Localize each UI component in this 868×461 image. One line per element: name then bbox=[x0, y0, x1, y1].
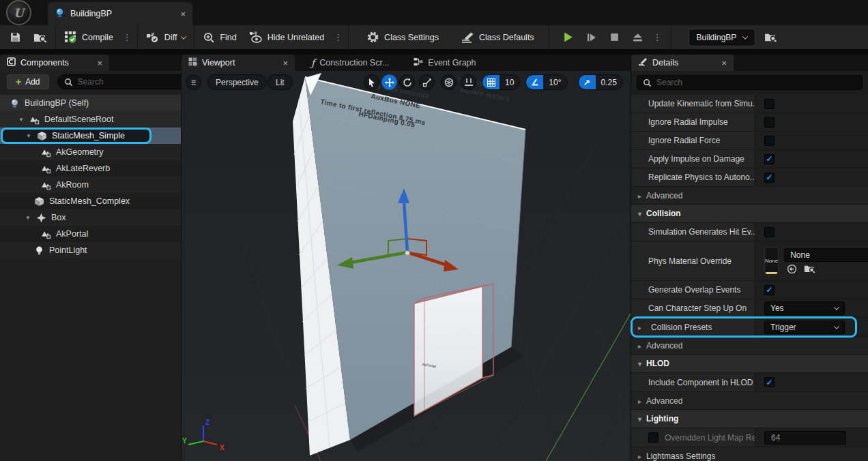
find-label: Find bbox=[220, 33, 236, 42]
browse-asset-icon[interactable] bbox=[804, 264, 815, 273]
find-icon bbox=[203, 31, 215, 44]
close-icon[interactable]: × bbox=[283, 58, 288, 68]
viewport-menu-button[interactable]: ≡ bbox=[186, 74, 201, 90]
viewport-canvas[interactable]: re meters square meters ay 1.35 seconds … bbox=[182, 71, 631, 461]
ak-component-icon bbox=[41, 147, 51, 158]
scale-tool-button[interactable] bbox=[419, 74, 435, 90]
property-row-collision-presets: Collision Presets Trigger bbox=[631, 318, 868, 337]
surface-snapping-button[interactable] bbox=[461, 74, 476, 90]
tree-item-label: StaticMesh_Complex bbox=[49, 196, 130, 206]
close-icon[interactable]: × bbox=[721, 58, 727, 68]
dropdown-collision-presets[interactable]: Trigger bbox=[764, 321, 845, 334]
expander-arrow-icon bbox=[638, 451, 641, 461]
asset-dropdown[interactable]: None bbox=[784, 248, 868, 262]
browse-asset-button[interactable] bbox=[27, 25, 53, 49]
class-settings-button[interactable]: Class Settings bbox=[360, 25, 445, 49]
viewport-3d-scene[interactable]: re meters square meters ay 1.35 seconds … bbox=[182, 71, 631, 461]
rotate-tool-button[interactable] bbox=[399, 74, 415, 90]
coordinate-space-button[interactable] bbox=[441, 74, 457, 90]
tree-item-box[interactable]: ▾ Box bbox=[0, 209, 181, 226]
use-selected-asset-icon[interactable] bbox=[787, 264, 797, 274]
compile-button[interactable]: Compile bbox=[58, 25, 119, 49]
frame-skip-button[interactable] bbox=[580, 25, 603, 49]
close-icon[interactable]: × bbox=[97, 58, 102, 68]
play-button[interactable] bbox=[551, 25, 580, 49]
browse-debug-object-button[interactable] bbox=[758, 25, 783, 49]
lit-dropdown[interactable]: Lit bbox=[267, 74, 293, 90]
tree-item-label: PointLight bbox=[49, 246, 87, 255]
tree-item-aklatereverb[interactable]: AkLateReverb bbox=[0, 160, 181, 177]
class-defaults-label: Class Defaults bbox=[479, 33, 534, 42]
checkbox[interactable] bbox=[764, 136, 775, 146]
checkbox[interactable] bbox=[764, 117, 775, 128]
checkbox-checked[interactable] bbox=[764, 377, 775, 387]
tab-event-graph[interactable]: Event Graph bbox=[407, 55, 482, 71]
category-hlod[interactable]: HLOD bbox=[631, 355, 868, 373]
tree-item-staticmesh-simple[interactable]: ▾ StaticMesh_Simple bbox=[0, 128, 181, 144]
checkbox[interactable] bbox=[648, 432, 659, 443]
expand-arrow-icon[interactable]: ▾ bbox=[18, 116, 25, 123]
tree-item-buildingbp-self[interactable]: BuildingBP (Self) bbox=[0, 95, 181, 111]
unreal-logo-icon[interactable]: U bbox=[6, 0, 31, 25]
perspective-dropdown[interactable]: Perspective bbox=[207, 74, 267, 90]
expander-arrow-icon[interactable] bbox=[638, 323, 641, 332]
lightmap-res-field[interactable]: 64 bbox=[764, 431, 846, 445]
hide-unrelated-button[interactable]: Hide Unrelated bbox=[243, 25, 330, 49]
expand-arrow-icon[interactable]: ▾ bbox=[25, 132, 32, 139]
tree-item-defaultsceneroot[interactable]: ▾ DefaultSceneRoot bbox=[0, 111, 181, 128]
tab-details[interactable]: Details × bbox=[631, 55, 734, 71]
tab-construction-script[interactable]: ƒ Construction Scr... bbox=[304, 55, 396, 71]
select-tool-button[interactable] bbox=[364, 74, 379, 90]
tab-viewport-label: Viewport bbox=[202, 58, 235, 68]
expand-arrow-icon[interactable]: ▾ bbox=[25, 214, 31, 221]
hamburger-icon: ≡ bbox=[191, 78, 196, 87]
tree-item-label: Box bbox=[51, 213, 66, 222]
category-lighting[interactable]: Lighting bbox=[631, 410, 868, 428]
class-defaults-icon bbox=[461, 31, 474, 44]
details-search-input[interactable] bbox=[656, 78, 856, 87]
tree-item-akroom[interactable]: AkRoom bbox=[0, 177, 181, 193]
scale-snap-value[interactable]: 0.25 bbox=[596, 74, 622, 90]
compile-options-icon[interactable]: ⋮ bbox=[119, 32, 135, 42]
class-defaults-button[interactable]: Class Defaults bbox=[454, 25, 540, 49]
category-collision[interactable]: Collision bbox=[631, 205, 868, 223]
tree-item-akportal[interactable]: AkPortal bbox=[0, 226, 181, 242]
hide-unrelated-options-icon[interactable]: ⋮ bbox=[330, 32, 346, 42]
tab-components[interactable]: Components × bbox=[0, 55, 109, 71]
checkbox-checked[interactable] bbox=[764, 154, 775, 164]
move-tool-button[interactable] bbox=[381, 74, 397, 90]
tree-item-pointlight[interactable]: PointLight bbox=[0, 242, 181, 258]
debug-object-dropdown[interactable]: BuildingBP bbox=[689, 29, 756, 46]
grid-snap-value[interactable]: 10 bbox=[500, 74, 519, 90]
tree-item-akgeometry[interactable]: AkGeometry bbox=[0, 144, 181, 160]
lightmass-settings-expander[interactable]: Lightmass Settings bbox=[631, 447, 868, 461]
dropdown-can-step-up[interactable]: Yes bbox=[764, 301, 845, 315]
stop-button[interactable] bbox=[603, 25, 626, 49]
checkbox[interactable] bbox=[764, 99, 775, 109]
checkbox-checked[interactable] bbox=[764, 173, 775, 183]
asset-thumbnail[interactable]: None bbox=[764, 247, 779, 276]
document-tab[interactable]: BuildingBP × bbox=[48, 2, 192, 25]
advanced-expander[interactable]: Advanced bbox=[631, 392, 868, 410]
checkbox-checked[interactable] bbox=[764, 285, 775, 295]
components-search-input[interactable] bbox=[78, 77, 184, 87]
stop-icon bbox=[609, 32, 620, 42]
save-button[interactable] bbox=[0, 25, 27, 49]
rotation-snap-value[interactable]: 10° bbox=[543, 74, 566, 90]
eject-button[interactable] bbox=[626, 25, 650, 49]
tab-viewport[interactable]: Viewport × bbox=[182, 55, 295, 71]
property-label: Can Character Step Up On bbox=[648, 303, 747, 313]
grid-snap-control[interactable]: 10 bbox=[482, 74, 520, 90]
tree-item-staticmesh-complex[interactable]: StaticMesh_Complex bbox=[0, 193, 181, 209]
add-component-button[interactable]: + Add bbox=[7, 74, 49, 89]
close-icon[interactable]: × bbox=[180, 9, 186, 19]
checkbox[interactable] bbox=[764, 227, 775, 237]
advanced-expander[interactable]: Advanced bbox=[631, 187, 868, 205]
play-options-icon[interactable]: ⋮ bbox=[650, 32, 665, 42]
advanced-expander[interactable]: Advanced bbox=[631, 337, 868, 355]
find-button[interactable]: Find bbox=[197, 25, 242, 49]
rotation-snap-control[interactable]: ∠ 10° bbox=[525, 74, 567, 90]
diff-button[interactable]: Diff bbox=[140, 25, 192, 49]
property-row: Can Character Step Up On Yes bbox=[631, 299, 868, 318]
scale-snap-control[interactable]: ↗ 0.25 bbox=[578, 74, 623, 90]
